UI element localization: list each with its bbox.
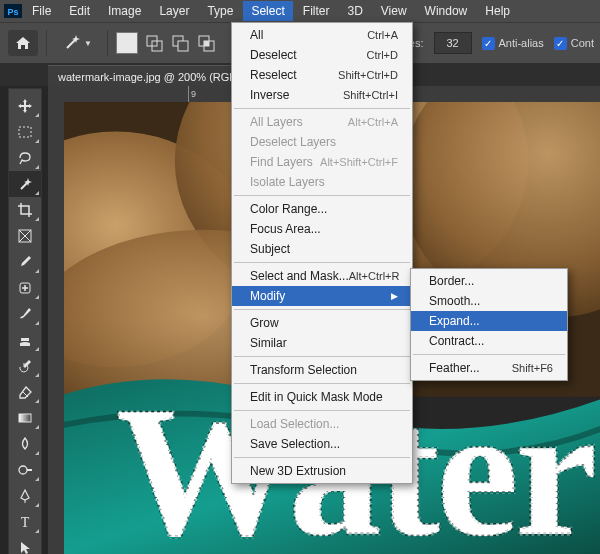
menubar: Ps File Edit Image Layer Type Select Fil…	[0, 0, 600, 22]
antialias-label: Anti-alias	[499, 37, 544, 49]
svg-rect-25	[19, 414, 31, 422]
rectangular-marquee-tool[interactable]	[9, 119, 41, 145]
dodge-tool[interactable]	[9, 457, 41, 483]
menu-item-quick-mask[interactable]: Edit in Quick Mask Mode	[232, 387, 412, 407]
menu-window[interactable]: Window	[417, 1, 476, 21]
clone-stamp-tool[interactable]	[9, 327, 41, 353]
home-icon	[14, 35, 32, 51]
document-tab-title: watermark-image.jpg @ 200% (RGB	[58, 71, 237, 83]
menu-item-similar[interactable]: Similar	[232, 333, 412, 353]
home-button[interactable]	[8, 30, 38, 56]
submenu-item-contract[interactable]: Contract...	[411, 331, 567, 351]
menu-item-isolate-layers: Isolate Layers	[232, 172, 412, 192]
menu-3d[interactable]: 3D	[339, 1, 370, 21]
blur-tool[interactable]	[9, 431, 41, 457]
options-right: erances: ✓ Anti-alias ✓ Cont	[381, 23, 600, 63]
menu-filter[interactable]: Filter	[295, 1, 338, 21]
chevron-down-icon: ▼	[84, 39, 92, 48]
contiguous-label: Cont	[571, 37, 594, 49]
svg-rect-5	[178, 41, 188, 51]
menu-item-select-and-mask[interactable]: Select and Mask...Alt+Ctrl+R	[232, 266, 412, 286]
menu-separator	[234, 262, 410, 263]
new-selection-button[interactable]	[116, 32, 138, 54]
app-icon-text: Ps	[7, 7, 18, 17]
menu-item-inverse[interactable]: InverseShift+Ctrl+I	[232, 85, 412, 105]
menu-separator	[234, 309, 410, 310]
menu-item-load-selection: Load Selection...	[232, 414, 412, 434]
add-to-selection-button[interactable]	[144, 33, 164, 53]
menu-item-all-layers: All LayersAlt+Ctrl+A	[232, 112, 412, 132]
path-selection-tool[interactable]	[9, 535, 41, 554]
menu-item-all[interactable]: AllCtrl+A	[232, 25, 412, 45]
tolerance-input[interactable]	[434, 32, 472, 54]
type-tool[interactable]: T	[9, 509, 41, 535]
pen-tool[interactable]	[9, 483, 41, 509]
healing-brush-tool[interactable]	[9, 275, 41, 301]
svg-rect-8	[204, 41, 209, 46]
selection-mode-group	[116, 32, 216, 54]
ruler-vertical[interactable]	[48, 102, 65, 554]
intersect-selection-button[interactable]	[196, 33, 216, 53]
check-icon: ✓	[482, 37, 495, 50]
app-icon: Ps	[4, 4, 22, 18]
menu-file[interactable]: File	[24, 1, 59, 21]
eraser-tool[interactable]	[9, 379, 41, 405]
svg-point-26	[19, 466, 27, 474]
menu-separator	[234, 383, 410, 384]
ruler-tick: 9	[188, 86, 196, 102]
svg-rect-17	[19, 127, 31, 137]
magic-wand-icon	[62, 33, 82, 53]
submenu-item-feather[interactable]: Feather...Shift+F6	[411, 358, 567, 378]
menu-item-transform-selection[interactable]: Transform Selection	[232, 360, 412, 380]
menu-select[interactable]: Select	[243, 1, 292, 21]
separator	[107, 30, 108, 56]
menu-item-deselect-layers: Deselect Layers	[232, 132, 412, 152]
document-tab[interactable]: watermark-image.jpg @ 200% (RGB ✕	[48, 65, 257, 88]
menu-help[interactable]: Help	[477, 1, 518, 21]
menu-item-deselect[interactable]: DeselectCtrl+D	[232, 45, 412, 65]
svg-line-1	[67, 39, 76, 48]
move-tool[interactable]	[9, 93, 41, 119]
menu-separator	[413, 354, 565, 355]
subtract-from-selection-button[interactable]	[170, 33, 190, 53]
menu-type[interactable]: Type	[199, 1, 241, 21]
menu-layer[interactable]: Layer	[151, 1, 197, 21]
select-menu-dropdown: AllCtrl+A DeselectCtrl+D ReselectShift+C…	[231, 22, 413, 484]
contiguous-checkbox[interactable]: ✓ Cont	[554, 37, 594, 50]
menu-item-reselect[interactable]: ReselectShift+Ctrl+D	[232, 65, 412, 85]
magic-wand-tool[interactable]	[9, 171, 41, 197]
menu-edit[interactable]: Edit	[61, 1, 98, 21]
menu-item-focus-area[interactable]: Focus Area...	[232, 219, 412, 239]
tool-panel: T	[8, 88, 42, 554]
menu-item-grow[interactable]: Grow	[232, 313, 412, 333]
history-brush-tool[interactable]	[9, 353, 41, 379]
menu-separator	[234, 457, 410, 458]
menu-separator	[234, 356, 410, 357]
crop-tool[interactable]	[9, 197, 41, 223]
menu-item-find-layers: Find LayersAlt+Shift+Ctrl+F	[232, 152, 412, 172]
submenu-arrow-icon: ▶	[391, 291, 398, 301]
separator	[46, 30, 47, 56]
lasso-tool[interactable]	[9, 145, 41, 171]
check-icon: ✓	[554, 37, 567, 50]
svg-text:T: T	[21, 515, 30, 530]
menu-item-save-selection[interactable]: Save Selection...	[232, 434, 412, 454]
menu-item-new-3d-extrusion[interactable]: New 3D Extrusion	[232, 461, 412, 481]
submenu-item-smooth[interactable]: Smooth...	[411, 291, 567, 311]
gradient-tool[interactable]	[9, 405, 41, 431]
menu-item-color-range[interactable]: Color Range...	[232, 199, 412, 219]
menu-item-subject[interactable]: Subject	[232, 239, 412, 259]
menu-separator	[234, 195, 410, 196]
frame-tool[interactable]	[9, 223, 41, 249]
submenu-item-expand[interactable]: Expand...	[411, 311, 567, 331]
menu-image[interactable]: Image	[100, 1, 149, 21]
menu-separator	[234, 108, 410, 109]
eyedropper-tool[interactable]	[9, 249, 41, 275]
brush-tool[interactable]	[9, 301, 41, 327]
submenu-item-border[interactable]: Border...	[411, 271, 567, 291]
antialias-checkbox[interactable]: ✓ Anti-alias	[482, 37, 544, 50]
menu-view[interactable]: View	[373, 1, 415, 21]
active-tool-indicator[interactable]: ▼	[55, 30, 99, 56]
svg-line-18	[21, 182, 28, 189]
menu-item-modify[interactable]: Modify▶	[232, 286, 412, 306]
